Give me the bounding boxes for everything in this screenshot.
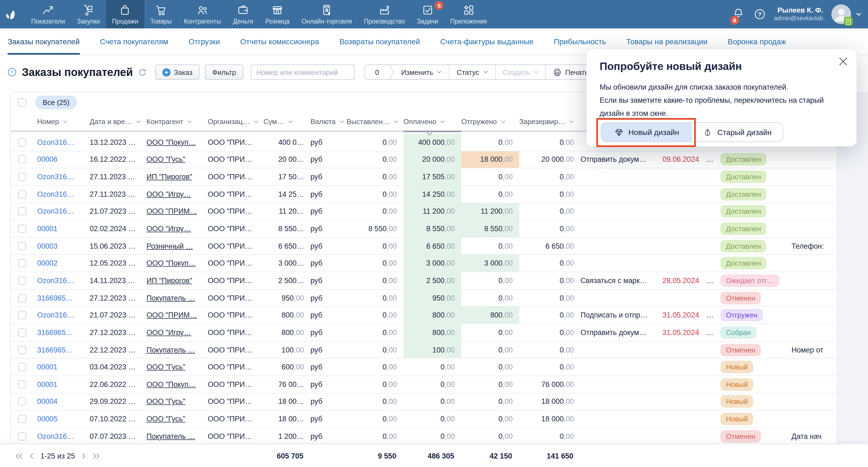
contractor-link[interactable]: ООО "Покуп… <box>147 259 196 268</box>
order-number-link[interactable]: 00006 <box>37 155 58 164</box>
nav-item-cart[interactable]: Товары <box>144 0 178 28</box>
row-checkbox[interactable] <box>18 294 26 302</box>
order-number-link[interactable]: 00001 <box>37 225 58 233</box>
change-menu[interactable]: Изменить <box>394 65 449 79</box>
row-checkbox[interactable] <box>18 208 26 216</box>
order-number-link[interactable]: Ozon316… <box>37 190 74 198</box>
search-input[interactable] <box>251 64 355 80</box>
close-icon[interactable] <box>838 57 848 66</box>
contractor-link[interactable]: ООО "Игру… <box>147 329 191 337</box>
contractor-link[interactable]: ИП "Пирогов" <box>147 173 192 181</box>
row-checkbox[interactable] <box>18 432 26 440</box>
tab[interactable]: Возвраты покупателей <box>339 28 420 55</box>
nav-item-dolly[interactable]: Закупки <box>71 0 106 28</box>
contractor-link[interactable]: Покупатель … <box>147 432 195 440</box>
nav-item-store[interactable]: Розница <box>259 0 296 28</box>
row-checkbox[interactable] <box>18 415 26 423</box>
add-order-button[interactable]: Заказ <box>155 64 199 80</box>
order-number-link[interactable]: Ozon316… <box>37 311 74 319</box>
row-checkbox[interactable] <box>18 277 26 285</box>
status-menu[interactable]: Статус <box>449 65 495 79</box>
order-number-link[interactable]: 3166965… <box>37 346 73 354</box>
nav-item-chart[interactable]: Показатели <box>25 0 71 28</box>
row-checkbox[interactable] <box>18 225 26 233</box>
order-number-link[interactable]: Ozon316… <box>37 208 74 216</box>
help-icon[interactable]: ? <box>754 8 766 20</box>
row-checkbox[interactable] <box>18 259 26 268</box>
row-checkbox[interactable] <box>18 155 26 164</box>
user-menu[interactable]: Рылеев К. Ф. admin@sevkavlab <box>774 6 823 23</box>
order-number-link[interactable]: Ozon316… <box>37 277 74 285</box>
contractor-link[interactable]: Покупатель … <box>147 346 195 354</box>
contractor-link[interactable]: ООО "Гусь" <box>147 398 185 406</box>
contractor-link[interactable]: ООО "Покуп… <box>147 380 196 388</box>
prev-page-button[interactable] <box>30 453 33 459</box>
select-all-checkbox[interactable] <box>18 98 26 106</box>
column-header[interactable]: Организац… <box>208 113 264 131</box>
order-number-link[interactable]: 00004 <box>37 398 58 406</box>
order-number-link[interactable]: Ozon316… <box>37 138 74 147</box>
app-logo-icon[interactable] <box>0 0 25 28</box>
new-design-button[interactable]: Новый дизайн <box>601 123 692 142</box>
row-checkbox[interactable] <box>18 190 26 198</box>
old-design-button[interactable]: Старый дизайн <box>692 123 783 142</box>
notifications-bell-icon[interactable]: 8 <box>733 7 746 21</box>
row-checkbox[interactable] <box>18 242 26 250</box>
column-header[interactable]: Отгружено <box>461 113 519 131</box>
nav-item-apps[interactable]: Приложения <box>444 0 493 28</box>
column-header[interactable]: Выставлен… <box>346 113 403 131</box>
nav-item-bag[interactable]: Продажи <box>106 0 144 28</box>
column-header[interactable]: Зарезервир… <box>519 113 581 131</box>
avatar[interactable] <box>831 4 851 24</box>
column-header[interactable]: Контрагент <box>147 113 208 131</box>
column-header[interactable]: Номер <box>37 113 90 131</box>
tab[interactable]: Заказы покупателей <box>8 28 80 55</box>
contractor-link[interactable]: Розничный … <box>147 242 193 250</box>
order-number-link[interactable]: Ozon316… <box>37 173 74 181</box>
nav-item-factory[interactable]: Производство <box>358 0 411 28</box>
nav-item-phone[interactable]: Онлайн-торговля <box>296 0 358 28</box>
user-chevron-down-icon[interactable] <box>856 12 862 16</box>
tab[interactable]: Отчеты комиссионера <box>240 28 319 55</box>
row-checkbox[interactable] <box>18 380 26 388</box>
row-checkbox[interactable] <box>18 329 26 337</box>
next-page-button[interactable] <box>82 453 86 459</box>
column-header[interactable]: Валюта <box>310 113 346 131</box>
tab[interactable]: Отгрузки <box>189 28 220 55</box>
filter-button[interactable]: Фильтр <box>205 64 243 80</box>
row-checkbox[interactable] <box>18 138 26 147</box>
contractor-link[interactable]: Покупатель … <box>147 294 195 302</box>
column-header[interactable]: Сум… <box>264 113 310 131</box>
page-help-icon[interactable]: ? <box>8 68 17 76</box>
contractor-link[interactable]: ООО "ПРИМ… <box>147 311 197 319</box>
order-number-link[interactable]: 3166965… <box>37 294 73 302</box>
last-page-button[interactable] <box>93 453 100 459</box>
contractor-link[interactable]: ООО "Гусь" <box>147 415 185 423</box>
order-number-link[interactable]: 00001 <box>37 380 58 388</box>
order-number-link[interactable]: 00003 <box>37 242 58 250</box>
row-checkbox[interactable] <box>18 311 26 319</box>
order-number-link[interactable]: Ozon316… <box>37 432 74 440</box>
order-number-link[interactable]: 00002 <box>37 259 58 268</box>
tab[interactable]: Счета покупателям <box>100 28 168 55</box>
order-number-link[interactable]: 00005 <box>37 415 58 423</box>
contractor-link[interactable]: ООО "Покуп… <box>147 138 196 147</box>
filter-all-pill[interactable]: Все (25) <box>35 96 77 109</box>
contractor-link[interactable]: ИП "Пирогов" <box>147 277 192 285</box>
tab[interactable]: Счета-фактуры выданные <box>440 28 534 55</box>
create-menu[interactable]: Создать <box>495 65 546 79</box>
row-checkbox[interactable] <box>18 346 26 354</box>
contractor-link[interactable]: ООО "ПРИМ… <box>147 208 197 216</box>
order-number-link[interactable]: 00001 <box>37 363 58 371</box>
nav-item-tasks[interactable]: Задачи 5 <box>411 0 444 28</box>
column-header[interactable]: Оплачено <box>403 113 461 131</box>
nav-item-wallet[interactable]: Деньги <box>227 0 259 28</box>
contractor-link[interactable]: ООО "Гусь" <box>147 363 185 371</box>
contractor-link[interactable]: ООО "Игру… <box>147 190 191 198</box>
refresh-icon[interactable] <box>138 68 147 76</box>
row-checkbox[interactable] <box>18 398 26 406</box>
column-header[interactable]: Дата и вре… <box>90 113 147 131</box>
nav-item-people[interactable]: Контрагенты <box>178 0 227 28</box>
row-checkbox[interactable] <box>18 173 26 181</box>
contractor-link[interactable]: ООО "Гусь" <box>147 155 185 164</box>
